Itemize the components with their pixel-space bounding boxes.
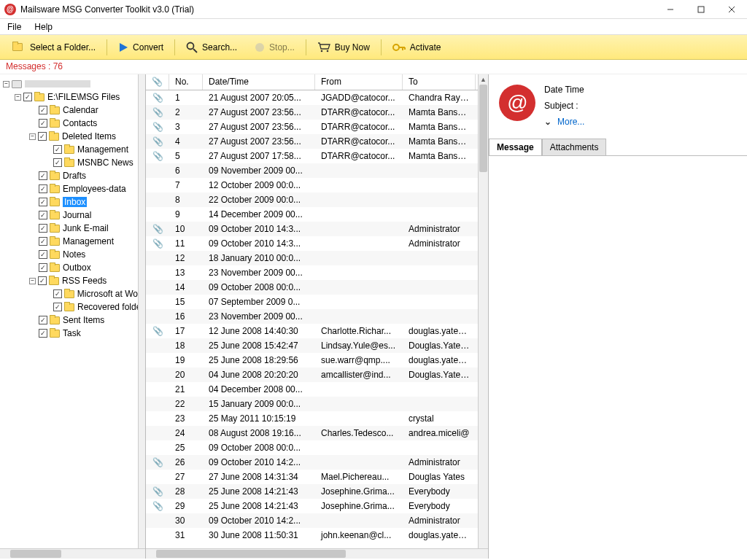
table-row[interactable]: 3130 June 2008 11:50:31john.keenan@cl...… [146, 528, 488, 542]
cell-to: Douglas Yates [403, 472, 476, 482]
select-folder-button[interactable]: Select a Folder... [4, 38, 104, 57]
cell-datetime: 09 October 2008 00:0... [203, 443, 315, 453]
table-row[interactable]: 1323 November 2009 00... [146, 265, 488, 280]
tree-scrollbar[interactable] [138, 74, 145, 559]
table-row[interactable]: 2408 August 2008 19:16...Charles.Tedesco… [146, 426, 488, 440]
maximize-button[interactable] [686, 0, 716, 19]
convert-button[interactable]: Convert [110, 38, 171, 57]
table-row[interactable]: 1925 June 2008 18:29:56sue.warr@qmp....d… [146, 353, 488, 368]
table-row[interactable]: 📎2925 June 2008 14:21:43Josephine.Grima.… [146, 499, 488, 513]
cell-datetime: 07 September 2009 0... [203, 297, 315, 307]
minimize-button[interactable] [655, 0, 686, 19]
table-row[interactable]: 📎121 August 2007 20:05...JGADD@catocor..… [146, 90, 488, 105]
more-link[interactable]: ⌄ More... [544, 117, 584, 127]
col-datetime[interactable]: Date/Time [203, 74, 315, 90]
tree-item[interactable]: ✓Junk E-mail [1, 222, 145, 235]
search-button[interactable]: Search... [178, 38, 245, 57]
tree-item[interactable]: ✓Task [1, 327, 145, 340]
table-row[interactable]: 📎527 August 2007 17:58...DTARR@catocor..… [146, 149, 488, 163]
tree-item[interactable]: ✓Recovered folde [1, 300, 145, 314]
table-row[interactable]: 📎227 August 2007 23:56...DTARR@catocor..… [146, 105, 488, 120]
tree-item[interactable]: ✓Journal [1, 209, 145, 222]
tree-item[interactable]: −✓RSS Feeds [1, 274, 145, 287]
tree-item[interactable]: −✓Deleted Items [1, 130, 145, 143]
toolbar: Select a Folder... Convert Search... Sto… [0, 35, 747, 60]
tree-item[interactable]: ✓Microsoft at Work [1, 287, 145, 300]
tree-item[interactable]: ✓Management [1, 143, 145, 156]
table-row[interactable]: 1507 September 2009 0... [146, 295, 488, 309]
col-to[interactable]: To [403, 74, 476, 90]
window-title: Mailsware MSG Converter Toolkit v3.0 (Tr… [20, 4, 655, 15]
table-row[interactable]: 1409 October 2008 00:0... [146, 280, 488, 295]
activate-button[interactable]: Activate [384, 38, 449, 57]
cell-datetime: 04 June 2008 20:20:20 [203, 370, 315, 380]
cell-no: 16 [169, 311, 203, 322]
tree-item[interactable]: ✓Inbox [1, 195, 145, 209]
cell-from: Josephine.Grima... [315, 486, 403, 497]
tree-item[interactable]: ✓Drafts [1, 169, 145, 182]
cell-no: 2 [169, 107, 203, 117]
cell-no: 1 [169, 93, 203, 103]
cell-to: douglas.yates@ [403, 326, 476, 336]
tree-item[interactable]: ✓Employees-data [1, 182, 145, 195]
tree-item[interactable]: ✓Calendar [1, 104, 145, 117]
cell-no: 11 [169, 238, 203, 249]
folder-tree[interactable]: −−✓E:\FILE\MSG Files✓Calendar✓Contacts−✓… [0, 74, 146, 559]
tree-item[interactable]: ✓Contacts [1, 117, 145, 130]
cell-from: Mael.Pichereau... [315, 472, 403, 482]
tree-item[interactable]: ✓Management [1, 235, 145, 248]
tree-root[interactable]: − [1, 77, 145, 90]
table-row[interactable]: 2215 January 2009 00:0... [146, 397, 488, 411]
table-row[interactable]: 914 December 2009 00... [146, 207, 488, 222]
cell-datetime: 27 August 2007 23:56... [203, 107, 315, 117]
list-scrollbar[interactable]: ▲ ▼ [478, 74, 488, 559]
menu-file[interactable]: File [7, 22, 21, 32]
svg-point-8 [320, 50, 322, 52]
scroll-thumb[interactable] [479, 85, 487, 172]
table-row[interactable]: 📎327 August 2007 23:56...DTARR@catocor..… [146, 120, 488, 134]
table-row[interactable]: 📎1109 October 2010 14:3...Administrator [146, 236, 488, 251]
tree-item[interactable]: ✓Outbox [1, 261, 145, 274]
close-button[interactable] [716, 0, 747, 19]
tab-message[interactable]: Message [489, 139, 542, 156]
table-row[interactable]: 2004 June 2008 20:20:20amcallister@ind..… [146, 368, 488, 382]
table-row[interactable]: 📎1009 October 2010 14:3...Administrator [146, 222, 488, 236]
table-row[interactable]: 712 October 2009 00:0... [146, 178, 488, 192]
tree-hscrollbar[interactable] [0, 548, 145, 559]
tree-item[interactable]: ✓Sent Items [1, 314, 145, 327]
table-row[interactable]: 3009 October 2010 14:2...Administrator [146, 513, 488, 528]
cell-to: Everybody [403, 501, 476, 511]
table-row[interactable]: 📎2609 October 2010 14:2...Administrator [146, 455, 488, 470]
tree-drive[interactable]: −✓E:\FILE\MSG Files [1, 90, 145, 104]
table-row[interactable]: 609 November 2009 00... [146, 163, 488, 178]
table-row[interactable]: 1218 January 2010 00:0... [146, 251, 488, 265]
list-hscrollbar[interactable] [146, 548, 488, 559]
col-no[interactable]: No. [169, 74, 203, 90]
tree-item[interactable]: ✓Notes [1, 248, 145, 261]
table-row[interactable]: 2727 June 2008 14:31:34Mael.Pichereau...… [146, 470, 488, 484]
table-row[interactable]: 2509 October 2008 00:0... [146, 440, 488, 455]
col-from[interactable]: From [315, 74, 403, 90]
table-row[interactable]: 2104 December 2008 00... [146, 382, 488, 397]
table-row[interactable]: 1623 November 2009 00... [146, 309, 488, 324]
menu-help[interactable]: Help [34, 22, 53, 32]
stop-icon [255, 42, 265, 52]
cell-to: Everybody [403, 486, 476, 497]
preview-tabs: Message Attachments [489, 139, 747, 156]
table-row[interactable]: 📎1712 June 2008 14:40:30Charlotte.Richar… [146, 324, 488, 338]
tree-item[interactable]: ✓MSNBC News [1, 156, 145, 169]
table-row[interactable]: 📎2825 June 2008 14:21:43Josephine.Grima.… [146, 484, 488, 499]
table-row[interactable]: 1825 June 2008 15:42:47Lindsay.Yule@es..… [146, 338, 488, 353]
stop-button[interactable]: Stop... [247, 38, 303, 57]
table-row[interactable]: 📎427 August 2007 23:56...DTARR@catocor..… [146, 134, 488, 149]
scroll-up-icon[interactable]: ▲ [479, 74, 488, 85]
cell-to: Douglas.Yates@ [403, 370, 476, 380]
table-row[interactable]: 2325 May 2011 10:15:19crystal [146, 411, 488, 426]
table-row[interactable]: 822 October 2009 00:0... [146, 192, 488, 207]
cell-no: 25 [169, 443, 203, 453]
cell-to: Chandra Ray (E [403, 93, 476, 103]
buy-button[interactable]: Buy Now [309, 38, 378, 57]
col-attachment-icon[interactable]: 📎 [146, 74, 169, 90]
tab-attachments[interactable]: Attachments [542, 139, 607, 156]
attachment-icon: 📎 [146, 151, 169, 161]
